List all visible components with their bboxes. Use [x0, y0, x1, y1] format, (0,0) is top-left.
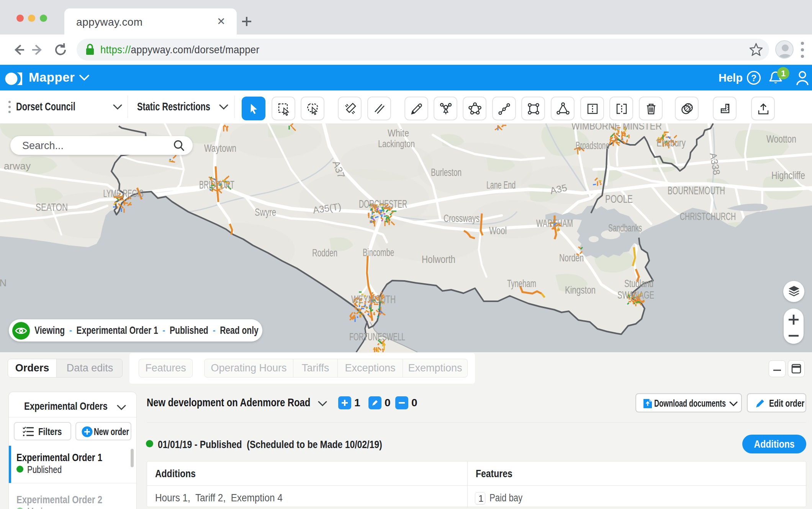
- svg-text:POOLE: POOLE: [605, 192, 633, 205]
- svg-text:Norden: Norden: [559, 252, 584, 264]
- svg-text:Bincombe: Bincombe: [363, 247, 394, 258]
- svg-text:arway: arway: [4, 160, 31, 172]
- svg-text:N: N: [0, 277, 7, 289]
- svg-text:Tyneham: Tyneham: [507, 278, 536, 289]
- svg-text:Studland: Studland: [624, 278, 653, 289]
- svg-text:Sandbanks: Sandbanks: [608, 222, 642, 234]
- svg-text:SWANAGE: SWANAGE: [617, 289, 654, 301]
- svg-text:FORTUNESWELL: FORTUNESWELL: [349, 331, 405, 343]
- svg-text:?: ?: [751, 73, 756, 83]
- svg-text:Wootton: Wootton: [766, 133, 796, 145]
- svg-text:LYME REGIS: LYME REGIS: [103, 187, 144, 199]
- svg-text:Ensbury: Ensbury: [656, 137, 686, 149]
- svg-text:WAREHAM: WAREHAM: [536, 217, 573, 229]
- svg-text:Wool: Wool: [489, 225, 507, 236]
- svg-text:Broadstone: Broadstone: [576, 140, 609, 151]
- svg-text:SEATON: SEATON: [36, 201, 68, 213]
- svg-text:Holworth: Holworth: [422, 254, 455, 265]
- svg-text:BOURNEMOUTH: BOURNEMOUTH: [668, 184, 725, 197]
- svg-text:Rodden: Rodden: [312, 247, 337, 259]
- svg-text:White: White: [388, 127, 409, 139]
- svg-text:Waytown: Waytown: [204, 143, 236, 154]
- svg-text:BRIDPORT: BRIDPORT: [199, 179, 234, 191]
- svg-text:Burleston: Burleston: [431, 167, 462, 178]
- svg-text:Lane End: Lane End: [486, 179, 516, 191]
- svg-text:WEYMOUTH: WEYMOUTH: [351, 293, 396, 305]
- svg-text:Highcliffe: Highcliffe: [771, 170, 805, 181]
- svg-text:DORCHESTER: DORCHESTER: [359, 198, 407, 210]
- svg-text:Crossways: Crossways: [444, 213, 480, 224]
- svg-text:Kingston: Kingston: [565, 284, 596, 296]
- svg-text:CHRISTCHURCH: CHRISTCHURCH: [680, 210, 736, 222]
- svg-text:WIMBORNE MINSTER: WIMBORNE MINSTER: [571, 123, 662, 132]
- svg-text:Swyre: Swyre: [255, 207, 276, 218]
- svg-text:1: 1: [781, 69, 786, 78]
- svg-text:Lackington: Lackington: [378, 138, 415, 149]
